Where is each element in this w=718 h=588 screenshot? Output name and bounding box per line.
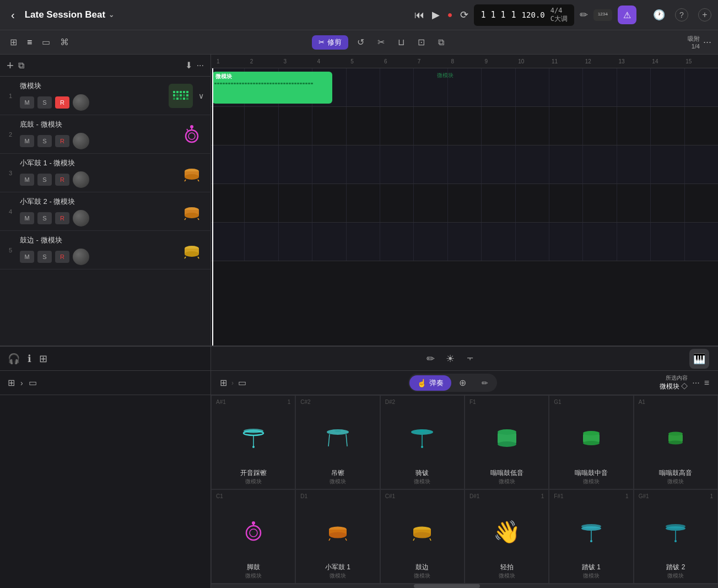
track-lane[interactable] — [211, 223, 718, 261]
midi-block[interactable]: 微模块 — [212, 72, 332, 104]
pad-cell[interactable]: G#1 1 踏钹 2 微模块 — [634, 489, 718, 584]
play-mode-group: ☝ 弹奏 ⊕ ✏ — [408, 374, 497, 392]
play-mode-button-edit[interactable]: ✏ — [474, 375, 496, 391]
record-enable-button[interactable]: R — [55, 96, 69, 109]
track-lane[interactable] — [211, 107, 718, 145]
layout-icon[interactable]: ⊞ — [39, 353, 47, 365]
select-tool-button[interactable]: ⊡ — [413, 35, 429, 50]
key-button[interactable]: ⌘ — [57, 35, 72, 50]
mute-button[interactable]: M — [20, 174, 34, 186]
sliders-icon[interactable]: ⫟ — [466, 353, 476, 364]
track-expand-button[interactable]: ∨ — [198, 91, 204, 100]
track-lane[interactable]: 微模块 — [211, 68, 718, 107]
add-track-button[interactable]: + — [7, 58, 14, 73]
download-button[interactable]: ⬇ — [185, 60, 192, 71]
rim-drum-icon[interactable] — [180, 238, 204, 262]
scrollbar-thumb[interactable] — [414, 584, 480, 588]
loop-button[interactable]: ⟳ — [460, 9, 468, 21]
pad-cell[interactable]: C1 脚鼓 微模块 — [211, 489, 295, 584]
grid-sq-icon[interactable]: ⊞ — [8, 377, 15, 388]
piano-button[interactable]: 🎹 — [689, 349, 709, 369]
alert-button[interactable]: ⚠ — [618, 6, 636, 24]
toolbar-more-button[interactable]: ··· — [703, 36, 711, 48]
track-info: 小军鼓 2 - 微模块 M S R — [20, 197, 174, 226]
add-icon[interactable]: + — [698, 8, 711, 21]
play-mode-button-chord[interactable]: ⊕ — [451, 375, 474, 391]
pad-cell[interactable]: A1 嗡嗡鼓高音 微模块 — [634, 395, 718, 489]
trim-button[interactable]: ✂ 修剪 — [312, 35, 348, 50]
help-icon[interactable]: ? — [675, 8, 688, 21]
window2-icon[interactable]: ▭ — [238, 377, 246, 388]
mute-button[interactable]: M — [20, 251, 34, 263]
back-button[interactable]: ‹ — [7, 7, 19, 24]
window-view-button[interactable]: ▭ — [39, 35, 53, 50]
volume-knob[interactable] — [73, 94, 89, 111]
solo-button[interactable]: S — [37, 174, 52, 186]
record-enable-button[interactable]: R — [55, 251, 69, 263]
pad-cell[interactable]: D#2 骑钹 微模块 — [380, 395, 465, 489]
record-enable-button[interactable]: R — [55, 174, 69, 186]
selected-menu-button[interactable]: ≡ — [704, 378, 709, 388]
track-number: 5 — [7, 247, 14, 253]
horizontal-scrollbar[interactable] — [211, 584, 718, 588]
history-icon[interactable]: 🕐 — [653, 9, 665, 21]
pad-cell[interactable]: D1 小军鼓 1 微模块 — [295, 489, 380, 584]
solo-button[interactable]: S — [37, 251, 52, 263]
volume-knob[interactable] — [73, 249, 89, 265]
grid-view-button[interactable]: ⊞ — [7, 35, 20, 50]
play-mode-button-play[interactable]: ☝ 弹奏 — [409, 375, 451, 391]
grid-view2-icon[interactable]: ⊞ — [220, 377, 227, 388]
layout2-icon[interactable]: ▭ — [29, 377, 37, 388]
instrument-icon[interactable] — [169, 84, 193, 108]
solo-button[interactable]: S — [37, 135, 52, 147]
record-enable-button[interactable]: R — [55, 212, 69, 224]
pad-cell[interactable]: C#1 鼓边 微模块 — [380, 489, 465, 584]
pad-icon — [469, 406, 544, 468]
snare-drum2-icon[interactable] — [180, 199, 204, 224]
track-number: 2 — [7, 131, 14, 138]
headphone-icon[interactable]: 🎧 — [8, 353, 20, 365]
volume-knob[interactable] — [73, 133, 89, 149]
mute-button[interactable]: M — [20, 212, 34, 224]
tempo-display[interactable]: 120.0 — [522, 10, 545, 19]
loop-tool-button[interactable]: ↺ — [353, 35, 369, 50]
selected-value[interactable]: 微模块 ◇ — [660, 382, 688, 391]
kick-drum-icon[interactable] — [180, 122, 204, 147]
volume-knob[interactable] — [73, 210, 89, 226]
brightness-icon[interactable]: ☀ — [446, 353, 455, 365]
pad-cell[interactable]: A#1 1 开音踩镲 微模块 — [211, 395, 295, 489]
project-title[interactable]: Late Session Beat ⌄ — [25, 9, 114, 20]
panel-more-button[interactable]: ··· — [197, 61, 204, 71]
record-button[interactable]: ● — [447, 10, 453, 20]
track-lane[interactable] — [211, 184, 718, 223]
pad-cell[interactable]: F1 嗡嗡鼓低音 微模块 — [465, 395, 549, 489]
pad-cell[interactable]: G1 嗡嗡鼓中音 微模块 — [549, 395, 633, 489]
play-button[interactable]: ▶ — [432, 9, 440, 21]
mute-button[interactable]: M — [20, 96, 34, 109]
rewind-button[interactable]: ⏮ — [414, 9, 424, 21]
join-tool-button[interactable]: ⊔ — [393, 35, 409, 50]
track-lane[interactable] — [211, 145, 718, 184]
pad-cell[interactable]: C#2 吊镲 微模块 — [295, 395, 380, 489]
solo-button[interactable]: S — [37, 212, 52, 224]
cut-tool-button[interactable]: ✂ — [373, 35, 389, 50]
selected-more-button[interactable]: ··· — [692, 378, 699, 388]
pencil-tool-icon[interactable]: ✏ — [427, 353, 435, 365]
snare-drum-icon[interactable] — [180, 161, 204, 185]
duplicate-track-button[interactable]: ⧉ — [18, 61, 24, 71]
pad-cell[interactable]: D#1 1 👋 轻拍 微模块 — [465, 489, 549, 584]
solo-button[interactable]: S — [37, 96, 52, 109]
pad-cell[interactable]: F#1 1 踏钹 1 微模块 — [549, 489, 633, 584]
record-enable-button[interactable]: R — [55, 135, 69, 147]
rim-icon — [408, 521, 436, 543]
bar-beat-tick: 1 1 1 — [481, 10, 505, 20]
volume-knob[interactable] — [73, 171, 89, 188]
count-in-button[interactable]: ¹²³⁴ — [593, 9, 612, 21]
info-icon[interactable]: ℹ — [28, 353, 31, 365]
copy-tool-button[interactable]: ⧉ — [434, 35, 449, 50]
mute-button[interactable]: M — [20, 135, 34, 147]
arrow-icon[interactable]: › — [20, 379, 23, 387]
pencil-icon[interactable]: ✏ — [580, 9, 588, 21]
list-view-button[interactable]: ≡ — [24, 35, 35, 50]
pad-velocity: 1 — [625, 493, 629, 499]
